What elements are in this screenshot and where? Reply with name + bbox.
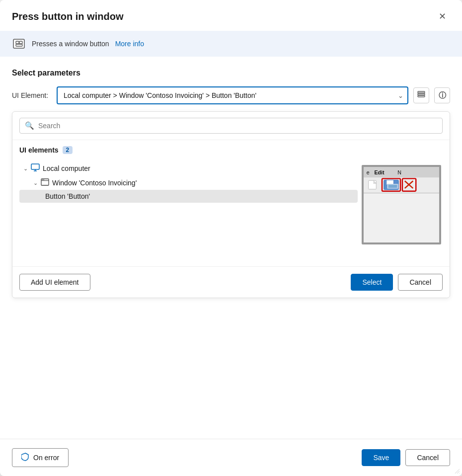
more-info-link[interactable]: More info [115, 40, 144, 48]
svg-text:Edit: Edit [374, 169, 385, 175]
tree-area: ⌄ Local computer ⌄ [12, 157, 450, 266]
svg-text:e: e [366, 169, 369, 175]
svg-rect-25 [388, 185, 397, 188]
on-error-label: On error [33, 454, 59, 462]
press-button-icon [12, 37, 26, 51]
chevron-down-icon: ⌄ [23, 165, 28, 172]
ui-elements-label: UI elements [19, 146, 59, 154]
svg-rect-6 [418, 91, 425, 93]
dialog-header: Press button in window ✕ [0, 0, 462, 31]
preview-image: e Edit N [362, 165, 441, 244]
close-button[interactable]: ✕ [435, 9, 450, 24]
button-label: Button 'Button' [45, 192, 90, 200]
search-icon: 🔍 [25, 121, 34, 130]
section-title: Select parameters [12, 69, 450, 78]
monitor-icon [31, 163, 40, 173]
ui-elements-count-badge: 2 [63, 146, 73, 154]
resize-handle [453, 467, 460, 474]
tree-item-window[interactable]: ⌄ Window 'Contoso Invoicing' [19, 176, 358, 190]
panel-actions: Add UI element Select Cancel [12, 266, 450, 298]
svg-text:N: N [397, 169, 401, 175]
local-computer-label: Local computer [43, 164, 90, 172]
info-banner: Presses a window button More info [0, 31, 462, 57]
shield-icon [21, 453, 29, 463]
dialog: Press button in window ✕ Presses a windo… [0, 0, 462, 476]
svg-rect-29 [363, 193, 440, 243]
dialog-title: Press button in window [12, 11, 123, 22]
svg-line-32 [455, 469, 460, 474]
svg-line-34 [459, 473, 460, 474]
window-label: Window 'Contoso Invoicing' [52, 179, 137, 187]
cancel-button[interactable]: Cancel [405, 449, 450, 466]
cancel-panel-button[interactable]: Cancel [398, 274, 443, 291]
svg-point-13 [43, 179, 44, 180]
layers-icon [417, 90, 426, 101]
preview-pane: e Edit N [358, 161, 450, 266]
chevron-down-icon: ⌄ [33, 180, 38, 186]
info-icon: ⓘ [439, 91, 446, 100]
tree-item-button[interactable]: Button 'Button' [19, 190, 358, 203]
svg-point-12 [42, 179, 43, 180]
preview-canvas: e Edit N [363, 166, 440, 243]
info-banner-text: Presses a window button [32, 40, 109, 48]
ui-element-dropdown-wrapper: Local computer > Window 'Contoso Invoici… [57, 86, 408, 104]
ui-elements-header: UI elements 2 [12, 140, 450, 157]
dropdown-panel: 🔍 UI elements 2 ⌄ [12, 111, 450, 298]
dialog-body: Select parameters UI Element: Local comp… [0, 57, 462, 439]
tree-item-local-computer[interactable]: ⌄ Local computer [19, 161, 358, 176]
add-ui-element-button[interactable]: Add UI element [19, 274, 90, 291]
close-icon: ✕ [439, 11, 446, 22]
panel-action-group: Select Cancel [351, 274, 443, 291]
window-icon [41, 178, 49, 187]
search-wrapper: 🔍 [19, 118, 443, 134]
select-button[interactable]: Select [351, 274, 393, 291]
tree-list: ⌄ Local computer ⌄ [12, 161, 358, 266]
svg-rect-7 [31, 164, 39, 169]
svg-rect-5 [418, 93, 425, 95]
svg-rect-4 [418, 95, 425, 97]
ui-element-label: UI Element: [12, 91, 52, 99]
ui-element-dropdown[interactable]: Local computer > Window 'Contoso Invoici… [57, 86, 408, 104]
search-row: 🔍 [12, 112, 450, 140]
on-error-button[interactable]: On error [12, 448, 69, 467]
info-button[interactable]: ⓘ [434, 87, 450, 103]
svg-rect-20 [368, 180, 376, 189]
layers-button[interactable] [413, 87, 429, 103]
search-input[interactable] [38, 122, 437, 130]
ui-element-row: UI Element: Local computer > Window 'Con… [12, 86, 450, 104]
footer-right: Save Cancel [362, 449, 450, 466]
save-button[interactable]: Save [362, 449, 400, 466]
dialog-footer: On error Save Cancel [0, 439, 462, 476]
